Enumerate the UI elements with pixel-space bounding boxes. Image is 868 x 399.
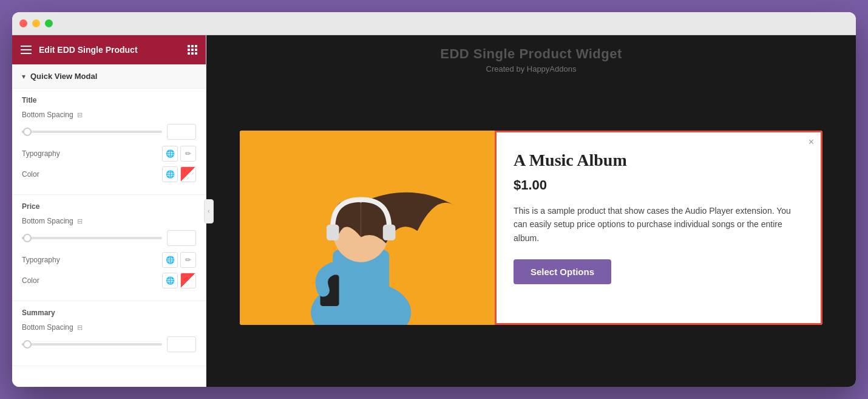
price-bottom-spacing-slider-row bbox=[22, 230, 196, 246]
title-typography-controls: 🌐 ✏ bbox=[162, 146, 196, 162]
svg-rect-4 bbox=[327, 225, 339, 240]
title-color-picker-icon[interactable] bbox=[180, 166, 196, 182]
title-bottom-spacing-label: Bottom Spacing ⊟ bbox=[22, 111, 83, 119]
title-typography-label: Typography bbox=[22, 149, 60, 158]
price-bottom-spacing-slider[interactable] bbox=[22, 237, 162, 239]
close-traffic-light[interactable] bbox=[19, 19, 27, 27]
modal-area: × bbox=[206, 81, 856, 387]
title-color-controls: 🌐 bbox=[162, 166, 196, 182]
price-subsection-label: Price bbox=[22, 202, 196, 211]
price-bottom-spacing-label: Bottom Spacing ⊟ bbox=[22, 217, 83, 225]
price-monitor-icon: ⊟ bbox=[77, 217, 83, 225]
title-color-row: Color 🌐 bbox=[22, 166, 196, 182]
summary-subsection-label: Summary bbox=[22, 309, 196, 317]
minimize-traffic-light[interactable] bbox=[32, 19, 40, 27]
grid-view-icon[interactable] bbox=[188, 45, 197, 55]
panel-header-title: Edit EDD Single Product bbox=[39, 45, 180, 55]
panel-collapse-handle[interactable]: ‹ bbox=[204, 199, 214, 223]
product-description: This is a sample product that show cases… bbox=[514, 204, 804, 245]
summary-monitor-icon: ⊟ bbox=[77, 324, 83, 332]
main-title: EDD Single Product Widget bbox=[206, 46, 856, 62]
price-typography-row: Typography 🌐 ✏ bbox=[22, 252, 196, 268]
title-typography-row: Typography 🌐 ✏ bbox=[22, 146, 196, 162]
price-color-globe-icon[interactable]: 🌐 bbox=[162, 273, 178, 288]
title-bottom-spacing-slider[interactable] bbox=[22, 131, 162, 133]
modal-close-button[interactable]: × bbox=[809, 137, 814, 148]
main-subtitle: Created by HappyAddons bbox=[206, 64, 856, 73]
title-typography-globe-icon[interactable]: 🌐 bbox=[162, 146, 178, 162]
browser-body: Edit EDD Single Product ▾ Quick View Mod… bbox=[12, 35, 856, 387]
product-image bbox=[240, 131, 495, 325]
price-bottom-spacing-row: Bottom Spacing ⊟ bbox=[22, 217, 196, 225]
title-typography-edit-icon[interactable]: ✏ bbox=[180, 146, 196, 162]
price-color-controls: 🌐 bbox=[162, 273, 196, 288]
select-options-button[interactable]: Select Options bbox=[514, 259, 611, 284]
monitor-icon: ⊟ bbox=[77, 111, 83, 119]
price-color-picker-icon[interactable] bbox=[180, 273, 196, 288]
modal-image-side bbox=[240, 131, 495, 325]
price-typography-globe-icon[interactable]: 🌐 bbox=[162, 252, 178, 268]
title-color-globe-icon[interactable]: 🌐 bbox=[162, 166, 178, 182]
modal-card: × bbox=[240, 131, 822, 325]
quick-view-modal-section-header[interactable]: ▾ Quick View Modal bbox=[12, 64, 206, 89]
price-color-row: Color 🌐 bbox=[22, 273, 196, 288]
summary-bottom-spacing-slider[interactable] bbox=[22, 343, 162, 346]
hamburger-icon[interactable] bbox=[21, 46, 32, 54]
summary-bottom-spacing-label: Bottom Spacing ⊟ bbox=[22, 323, 83, 332]
title-bottom-spacing-slider-row bbox=[22, 124, 196, 140]
summary-bottom-spacing-slider-row bbox=[22, 336, 196, 352]
svg-rect-5 bbox=[383, 225, 396, 240]
title-bottom-spacing-input[interactable] bbox=[167, 124, 196, 140]
main-header: EDD Single Product Widget Created by Hap… bbox=[206, 35, 856, 81]
price-bottom-spacing-input[interactable] bbox=[167, 230, 196, 246]
title-bottom-spacing-row: Bottom Spacing ⊟ bbox=[22, 111, 196, 119]
panel-header: Edit EDD Single Product bbox=[12, 35, 206, 64]
title-subsection: Title Bottom Spacing ⊟ Typography bbox=[12, 89, 206, 195]
price-subsection: Price Bottom Spacing ⊟ Typography bbox=[12, 195, 206, 301]
summary-bottom-spacing-input[interactable] bbox=[167, 336, 196, 352]
maximize-traffic-light[interactable] bbox=[45, 19, 53, 27]
price-typography-label: Typography bbox=[22, 256, 60, 264]
section-title: Quick View Modal bbox=[30, 72, 97, 81]
product-title: A Music Album bbox=[514, 151, 804, 170]
price-color-label: Color bbox=[22, 276, 39, 285]
summary-bottom-spacing-row: Bottom Spacing ⊟ bbox=[22, 323, 196, 332]
summary-subsection: Summary Bottom Spacing ⊟ bbox=[12, 301, 206, 366]
price-typography-edit-icon[interactable]: ✏ bbox=[180, 252, 196, 268]
title-color-label: Color bbox=[22, 170, 39, 179]
browser-titlebar bbox=[12, 12, 856, 35]
main-area: EDD Single Product Widget Created by Hap… bbox=[206, 35, 856, 387]
price-typography-controls: 🌐 ✏ bbox=[162, 252, 196, 268]
product-price: $1.00 bbox=[514, 177, 804, 193]
chevron-down-icon: ▾ bbox=[22, 72, 25, 81]
left-panel: Edit EDD Single Product ▾ Quick View Mod… bbox=[12, 35, 206, 387]
browser-window: Edit EDD Single Product ▾ Quick View Mod… bbox=[12, 12, 856, 387]
modal-content-side: A Music Album $1.00 This is a sample pro… bbox=[495, 131, 822, 325]
title-subsection-label: Title bbox=[22, 96, 196, 104]
